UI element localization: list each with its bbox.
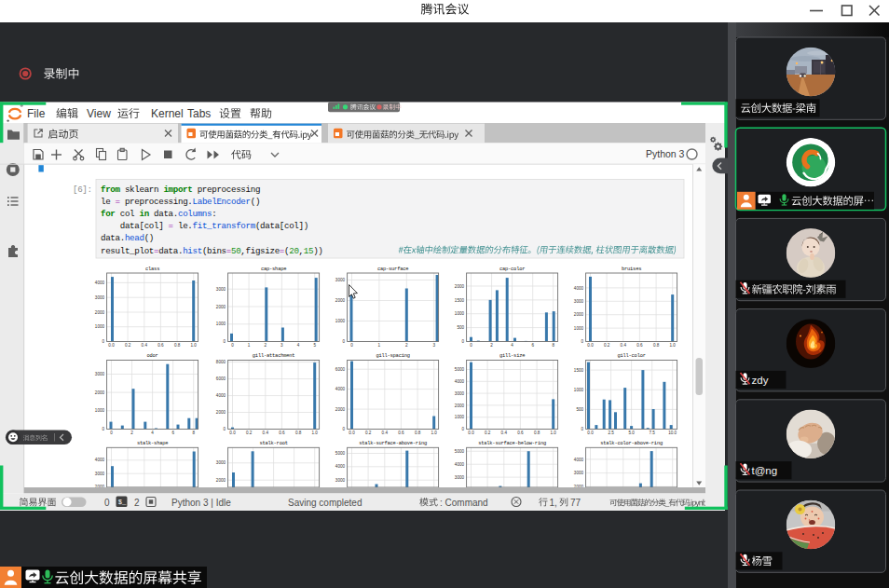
svg-text:stalk-root: stalk-root (259, 441, 287, 446)
svg-text:bruises: bruises (622, 267, 641, 272)
svg-text:0.6: 0.6 (157, 343, 164, 348)
svg-text:3000: 3000 (574, 471, 584, 475)
svg-text:1000: 1000 (335, 319, 346, 323)
svg-text:0.6: 0.6 (398, 431, 404, 435)
svg-text:data.head(): data.head() (101, 233, 154, 243)
svg-text:3000: 3000 (216, 460, 226, 465)
svg-text:1.0: 1.0 (191, 343, 198, 348)
svg-text:2000: 2000 (335, 298, 346, 303)
svg-text:cap-color: cap-color (499, 267, 525, 272)
svg-text:[6]:: [6]: (73, 185, 92, 195)
svg-text:0.2: 0.2 (365, 431, 372, 435)
svg-text:6: 6 (171, 431, 174, 435)
svg-text:3000: 3000 (455, 391, 465, 396)
svg-text:0.2: 0.2 (604, 343, 610, 348)
svg-text:2: 2 (130, 431, 133, 435)
svg-text:Python 3: Python 3 (646, 148, 685, 159)
svg-text:0.8: 0.8 (415, 431, 421, 435)
svg-text:3000: 3000 (95, 472, 105, 476)
svg-text:0.4: 0.4 (263, 431, 269, 435)
svg-text:1000: 1000 (574, 388, 584, 392)
svg-text:4000: 4000 (574, 458, 584, 462)
svg-text:gill-size: gill-size (499, 353, 525, 359)
svg-text:Saving completed: Saving completed (288, 498, 362, 508)
svg-text:cap-surface: cap-surface (377, 267, 408, 272)
svg-text:2: 2 (405, 343, 408, 348)
svg-text:1000: 1000 (574, 326, 584, 331)
svg-text:1: 1 (248, 343, 251, 348)
svg-text:File: File (27, 107, 46, 120)
svg-text:0: 0 (343, 427, 346, 431)
svg-text:3: 3 (432, 343, 435, 348)
svg-text:0.0: 0.0 (587, 343, 594, 348)
svg-text:1000: 1000 (455, 415, 465, 419)
svg-text:0: 0 (224, 427, 226, 431)
svg-text:3000: 3000 (335, 278, 346, 282)
svg-text:3000: 3000 (335, 478, 346, 483)
svg-text:4000: 4000 (335, 464, 346, 469)
svg-text:0.8: 0.8 (174, 343, 181, 348)
svg-text:from sklearn import preprocess: from sklearn import preprocessing (101, 185, 260, 195)
svg-text:1000: 1000 (95, 408, 105, 413)
svg-text:6000: 6000 (216, 376, 226, 381)
svg-text:0.4: 0.4 (621, 343, 627, 348)
svg-text:2: 2 (265, 343, 267, 348)
svg-text:6000: 6000 (335, 367, 346, 372)
svg-text:0: 0 (350, 343, 353, 348)
svg-text:0: 0 (103, 427, 105, 431)
svg-text:odor: odor (147, 353, 158, 359)
svg-text:0.0: 0.0 (587, 431, 594, 435)
svg-text:2.5: 2.5 (608, 431, 614, 435)
svg-text:4000: 4000 (95, 280, 105, 285)
svg-text:5.0: 5.0 (628, 431, 635, 435)
svg-text:5: 5 (313, 343, 316, 348)
svg-text:2: 2 (490, 343, 493, 348)
svg-text:0.6: 0.6 (636, 343, 643, 348)
svg-text:Python 3 | Idle: Python 3 | Idle (171, 498, 231, 508)
svg-text:: Command: : Command (440, 498, 488, 508)
svg-text:result_plot=data.hist(bins=50,: result_plot=data.hist(bins=50,figsize=(2… (101, 246, 323, 256)
svg-text:3000: 3000 (455, 475, 465, 480)
svg-text:4000: 4000 (574, 286, 584, 291)
svg-text:1: 1 (378, 343, 381, 348)
svg-text:0.4: 0.4 (142, 343, 148, 348)
svg-text:gill-attachment: gill-attachment (253, 353, 295, 359)
svg-text:2000: 2000 (574, 312, 584, 317)
svg-text:$_: $_ (118, 499, 127, 506)
svg-text:1.0: 1.0 (551, 431, 557, 435)
svg-text:2: 2 (134, 498, 140, 508)
svg-text:500: 500 (576, 407, 583, 412)
svg-text:0.4: 0.4 (501, 431, 508, 435)
svg-text:gill-spacing: gill-spacing (376, 353, 409, 359)
svg-text:3000: 3000 (574, 299, 584, 304)
svg-text:3000: 3000 (95, 295, 105, 300)
svg-text:class: class (145, 267, 159, 272)
svg-text:2000: 2000 (455, 284, 465, 289)
svg-text:stalk-surface-below-ring: stalk-surface-below-ring (478, 441, 546, 446)
svg-text:0.2: 0.2 (485, 431, 491, 435)
svg-text:1,: 1, (550, 498, 557, 508)
svg-text:8: 8 (552, 343, 554, 348)
svg-text:2000: 2000 (216, 305, 226, 309)
svg-text:zdy: zdy (752, 375, 769, 386)
svg-text:0.6: 0.6 (279, 431, 285, 435)
svg-text:0.8: 0.8 (653, 343, 660, 348)
svg-text:0: 0 (110, 431, 113, 435)
svg-text:0: 0 (581, 339, 584, 344)
svg-text:1.0: 1.0 (670, 343, 677, 348)
svg-text:2000: 2000 (95, 390, 105, 395)
svg-text:data[col] = le.fit_transform(d: data[col] = le.fit_transform(data[col]) (101, 221, 308, 231)
svg-text:4000: 4000 (455, 462, 465, 467)
svg-text:4: 4 (151, 431, 154, 435)
svg-text:1.0: 1.0 (312, 431, 319, 435)
svg-text:1500: 1500 (455, 298, 465, 303)
svg-text:1500: 1500 (574, 368, 584, 373)
svg-text:2000: 2000 (216, 478, 226, 483)
svg-text:6: 6 (531, 343, 534, 348)
svg-text:3: 3 (280, 343, 283, 348)
svg-text:0.2: 0.2 (125, 343, 131, 348)
svg-text:3000: 3000 (95, 372, 105, 376)
svg-text:0.0: 0.0 (108, 343, 115, 348)
svg-text:0.8: 0.8 (534, 431, 540, 435)
svg-text:1000: 1000 (95, 324, 105, 329)
